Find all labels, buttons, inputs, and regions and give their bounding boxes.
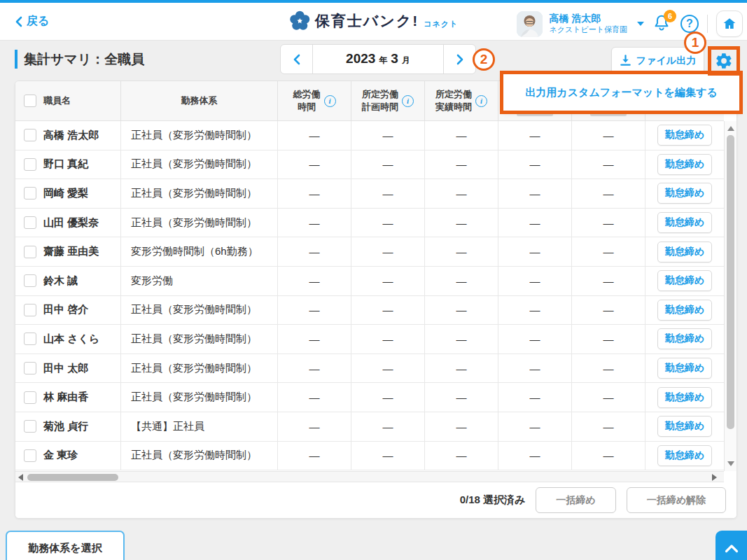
extra-hours-cell-2: — [572,267,645,295]
row-checkbox[interactable] [24,332,36,345]
attendance-close-button[interactable]: 勤怠締め [657,358,712,379]
row-checkbox[interactable] [24,362,36,374]
total-hours-cell: — [278,121,351,150]
attendance-close-button[interactable]: 勤怠締め [657,416,712,437]
attendance-close-button[interactable]: 勤怠締め [657,212,712,233]
total-hours-cell: — [278,325,351,354]
info-icon[interactable]: i [324,95,336,107]
row-checkbox[interactable] [24,449,36,462]
user-cluster: 高橋 浩太郎 ネクストビート保育園 6 ? [517,8,743,39]
scroll-right-arrow[interactable] [712,474,717,481]
logo-subtitle: コネクト [424,19,458,29]
header-actual-hours: 所定労働実績時間 i [425,81,498,120]
worktype-cell: 正社員（変形労働時間制） [121,442,278,470]
chevron-up-icon [725,544,739,553]
header-staff: 職員名 [15,81,121,120]
action-cell: 勤怠締め [645,296,724,325]
chevron-left-icon [15,16,22,27]
value-dash: — [309,391,320,403]
value-dash: — [309,333,320,345]
actual-hours-cell: — [425,121,498,150]
row-checkbox[interactable] [24,187,36,200]
value-dash: — [383,246,393,258]
select-all-checkbox[interactable] [24,94,36,107]
extra-hours-cell-1: — [498,442,572,470]
planned-hours-cell: — [351,150,425,179]
attendance-close-button[interactable]: 勤怠締め [657,241,712,262]
row-checkbox[interactable] [24,274,36,287]
attendance-close-button[interactable]: 勤怠締め [657,328,712,349]
edit-custom-format-menu-item[interactable]: 出力用カスタムフォーマットを編集する [525,86,717,99]
worktype-label: 正社員（変形労働時間制） [131,129,257,142]
bulk-release-button[interactable]: 一括締め解除 [627,487,726,513]
value-dash: — [530,158,540,170]
planned-hours-cell: — [351,412,425,441]
user-menu-caret-icon[interactable] [637,22,644,26]
worktype-label: 正社員（変形労働時間制） [131,449,257,462]
attendance-close-button[interactable]: 勤怠締め [657,183,712,204]
value-dash: — [383,275,393,287]
settings-gear-button[interactable] [715,52,733,70]
value-dash: — [603,391,614,403]
value-dash: — [456,188,467,200]
attendance-close-button[interactable]: 勤怠締め [657,300,712,321]
prev-month-button[interactable] [281,45,313,74]
value-dash: — [456,421,467,433]
next-month-button[interactable] [443,45,475,74]
value-dash: — [309,217,320,229]
home-button[interactable] [716,10,743,37]
table-row: 山本 さくら 正社員（変形労働時間制） — — — — — 勤怠締め [15,325,724,354]
staff-cell: 林 麻由香 [15,383,121,412]
logo-title: 保育士バンク! [315,11,419,31]
info-icon[interactable]: i [402,95,414,107]
row-checkbox[interactable] [24,216,36,229]
row-checkbox[interactable] [24,420,36,433]
horizontal-scroll-thumb[interactable] [27,474,118,481]
staff-name: 田中 太郎 [43,362,88,375]
avatar[interactable] [517,11,543,37]
help-button[interactable]: ? [680,15,699,33]
attendance-close-button[interactable]: 勤怠締め [657,154,712,175]
horizontal-scrollbar[interactable] [15,471,724,482]
action-cell: 勤怠締め [645,209,724,237]
value-dash: — [456,304,467,316]
notification-badge: 6 [664,10,676,22]
table-footer: 0/18 選択済み 一括締め 一括締め解除 [15,482,736,518]
extra-hours-cell-2: — [572,209,645,237]
attendance-close-button[interactable]: 勤怠締め [657,445,712,466]
total-hours-cell: — [278,150,351,179]
annotation-step-2-label: 2 [480,52,488,67]
bulk-close-button[interactable]: 一括締め [536,487,615,513]
user-org: ネクストビート保育園 [549,25,627,35]
worktype-label: 変形労働 [131,274,173,288]
info-icon[interactable]: i [475,95,487,107]
attendance-close-button[interactable]: 勤怠締め [657,270,712,291]
row-checkbox[interactable] [24,391,36,404]
staff-cell: 山本 さくら [15,325,121,354]
vertical-scroll-thumb[interactable] [727,135,734,429]
user-identity[interactable]: 高橋 浩太郎 ネクストビート保育園 [549,13,627,34]
worktype-select-button[interactable]: 勤務体系を選択 [6,531,125,560]
scroll-left-arrow[interactable] [18,474,23,481]
scroll-to-top-button[interactable] [715,531,747,560]
action-cell: 勤怠締め [645,179,724,208]
row-checkbox[interactable] [24,246,36,258]
row-checkbox[interactable] [24,129,36,141]
value-dash: — [383,421,393,433]
table-row: 高橋 浩太郎 正社員（変形労働時間制） — — — — — 勤怠締め [15,121,724,150]
staff-name: 山本 さくら [43,332,99,346]
notifications-button[interactable]: 6 [652,13,673,35]
vertical-scrollbar[interactable] [724,121,736,471]
row-checkbox[interactable] [24,304,36,316]
actual-hours-cell: — [425,325,498,354]
attendance-close-button[interactable]: 勤怠締め [657,125,712,146]
scroll-down-arrow[interactable] [727,461,734,466]
header-staff-label: 職員名 [43,94,71,107]
value-dash: — [309,158,320,170]
scroll-up-arrow[interactable] [727,126,734,131]
gear-menu-popup[interactable]: 出力用カスタムフォーマットを編集する [503,74,739,111]
app-bar: 戻る 保育士バンク! コネクト [0,3,747,41]
back-link[interactable]: 戻る [15,14,49,29]
row-checkbox[interactable] [24,158,36,171]
attendance-close-button[interactable]: 勤怠締め [657,387,712,408]
